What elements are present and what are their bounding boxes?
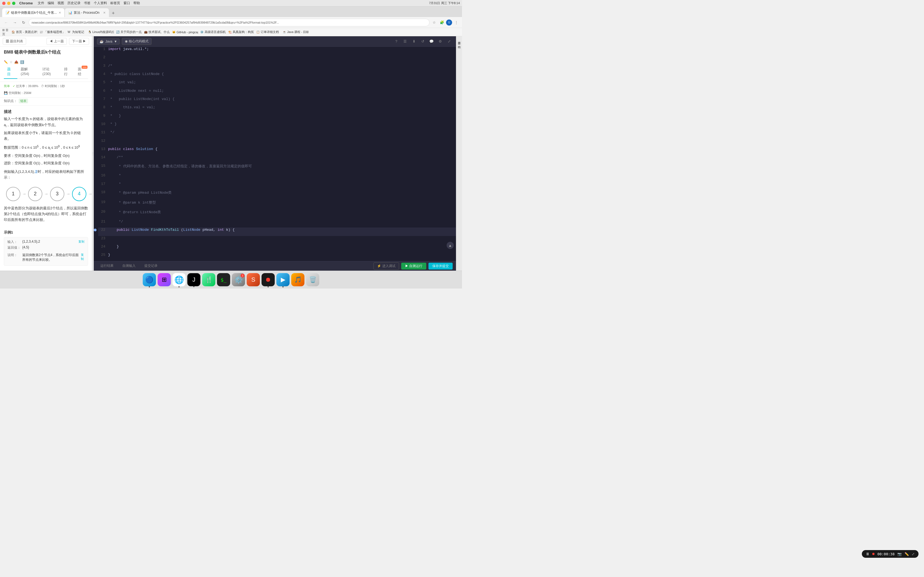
bookmark-1-icon: 📰 (40, 31, 43, 34)
menu-file[interactable]: 文件 (38, 1, 44, 5)
profile-icon[interactable]: U (446, 19, 452, 26)
tab-1[interactable]: 📝 链表中倒数最后k个结点_牛客... ✕ (2, 8, 65, 17)
dock-recorder[interactable]: ⏺ (262, 273, 275, 286)
title-bar-right: 7月31日 周三 下午8:14 (429, 1, 460, 5)
next-problem-button[interactable]: 下一题 ▶ (69, 38, 89, 45)
datetime: 7月31日 周三 下午8:14 (429, 1, 460, 5)
menu-tabs[interactable]: 标签页 (110, 1, 120, 5)
scroll-top-button[interactable]: ▲ (447, 242, 454, 249)
bookmark-8[interactable]: 🏗️ 凤凰架构：构筑可... (226, 29, 254, 35)
panel-divider[interactable] (92, 36, 94, 271)
tab-description[interactable]: 题目 (4, 65, 17, 79)
bottom-tab-history[interactable]: 提交记录 (141, 263, 161, 270)
comment-button[interactable]: 💬 (428, 38, 435, 45)
star-icon[interactable]: ☆ (10, 60, 13, 64)
fullscreen-button[interactable]: ⤢ (446, 38, 453, 45)
reload-button[interactable]: ↻ (20, 19, 27, 26)
tab-1-close[interactable]: ✕ (58, 11, 61, 15)
share-icon[interactable]: 📤 (14, 60, 18, 64)
problem-list-button[interactable]: ☰ 题目列表 (3, 38, 26, 45)
prev-problem-button[interactable]: ◀ 上一题 (47, 38, 66, 45)
bookmark-2[interactable]: W 为知笔记 (66, 29, 86, 35)
bookmark-1[interactable]: 📰 「服务端思维」周... (38, 29, 65, 35)
tab-2[interactable]: 📊 算法 - ProcessOn ✕ (65, 8, 109, 17)
dock-terminal[interactable]: $_ (217, 273, 230, 286)
help-button[interactable]: ? (393, 38, 400, 45)
bookmark-10[interactable]: ☕ Java 课程 - 目标图 (281, 29, 309, 35)
bookmark-5[interactable]: 💼 技术面试、什么... (142, 29, 170, 35)
maximize-button[interactable] (12, 2, 15, 5)
copy-output-button[interactable]: 复制 (80, 253, 84, 261)
tab-2-close[interactable]: ✕ (103, 11, 106, 15)
editor-mode-button[interactable]: ◉ 核心代码模式 (122, 38, 151, 45)
menu-edit[interactable]: 编辑 (48, 1, 54, 5)
tab-ranking[interactable]: 排行 (61, 65, 74, 79)
tab-solution[interactable]: 题解(254) (17, 65, 39, 79)
node-3: 3 (50, 187, 65, 201)
language-selector[interactable]: ☕ Java ▼ (97, 39, 120, 45)
dock-launchpad[interactable]: ⊞ (158, 273, 171, 286)
bookmark-4[interactable]: 🔄 关于同步的一点思... (115, 29, 142, 35)
address-bar[interactable]: nowcoder.com/practice/886370fe658f41b498… (29, 19, 430, 26)
menu-view[interactable]: 视图 (58, 1, 64, 5)
right-edge-panel: 全景图 结构 (456, 36, 462, 271)
editor-toolbar: ☕ Java ▼ ◉ 核心代码模式 ? ☰ ⬇ ↺ 💬 ⚙ (94, 36, 456, 47)
dock-quicktime[interactable]: ▶ (276, 273, 289, 286)
menu-window[interactable]: 窗口 (123, 1, 130, 5)
download-button[interactable]: ⬇ (410, 38, 417, 45)
menu-history[interactable]: 历史记录 (67, 1, 81, 5)
dock-settings[interactable]: ⚙️ 2 (232, 273, 245, 286)
info-icon[interactable]: ℹ️ (20, 60, 24, 64)
problem-header: BM8 链表中倒数最后k个结点 ✏️ ☆ 📤 ℹ️ 题目 题解(254) 讨论(… (0, 47, 92, 82)
new-tab-button[interactable]: + (110, 9, 117, 17)
edit-icon[interactable]: ✏️ (4, 60, 8, 64)
close-button[interactable] (2, 2, 5, 5)
bookmark-3[interactable]: 🐧 Linux内核源码分析... (86, 29, 114, 35)
minimize-button[interactable] (7, 2, 10, 5)
code-line-4: 4 * public class ListNode { (94, 72, 456, 80)
dock-trash[interactable]: 🗑️ (306, 273, 319, 286)
traffic-lights[interactable] (2, 2, 15, 5)
tab-interview[interactable]: 面经 new (74, 65, 88, 79)
code-line-9: 9 * } (94, 113, 456, 122)
tag-linked-list[interactable]: 链表 (19, 98, 28, 103)
tab-bar: 📝 链表中倒数最后k个结点_牛客... ✕ 📊 算法 - ProcessOn ✕… (0, 6, 462, 17)
bookmark-7[interactable]: ⚙️ 高级语言虚拟机 - 上... (199, 29, 226, 35)
terminal-icon: $_ (221, 277, 226, 283)
run-button[interactable]: ▶ 自测运行 (401, 263, 426, 269)
bottom-tab-custom[interactable]: 自测输入 (119, 263, 139, 270)
arrow-4: → (88, 190, 92, 198)
dock-sublime[interactable]: S (247, 273, 260, 286)
extension-icon[interactable]: 🧩 (438, 19, 446, 26)
back-button[interactable]: ← (2, 19, 10, 26)
copy-input-button[interactable]: 复制 (78, 240, 84, 244)
refresh-button[interactable]: ↺ (419, 38, 426, 45)
bookmark-icon[interactable]: ☆ (431, 19, 438, 26)
problem-meta: 简单 ✓ 过关率：39.88% ⏱ 时间限制：1秒 💾 空间限制：256M (0, 82, 92, 98)
structure-button[interactable]: 结构 (457, 42, 462, 45)
debug-button[interactable]: ⚡ 进入调试 (373, 263, 399, 270)
bookmark-9[interactable]: 📋 订单详细文档 (255, 29, 281, 35)
node-2: 2 (28, 187, 42, 201)
menu-profile[interactable]: 个人资料 (94, 1, 107, 5)
bottom-tab-results[interactable]: 运行结果 (97, 263, 117, 270)
forward-button[interactable]: → (11, 19, 19, 26)
dock-finder[interactable]: 🔵 (143, 273, 156, 286)
code-area[interactable]: 1 import java.util.*; 2 3 /* (94, 47, 456, 261)
menu-help[interactable]: 帮助 (133, 1, 140, 5)
dock-music[interactable]: 🎵 (291, 273, 304, 286)
dock-fork[interactable]: 🍴 (202, 273, 215, 286)
tab-discussion[interactable]: 讨论(230) (39, 65, 61, 79)
list-button[interactable]: ☰ (402, 38, 409, 45)
dock-chrome[interactable]: 🌐 (173, 273, 186, 286)
submit-button[interactable]: 保存并提交 (428, 263, 453, 269)
bookmark-6[interactable]: 🐱 GitHub - pingcap/... (171, 30, 198, 34)
panorama-button[interactable]: 全景图 (457, 39, 462, 41)
mode-label: 核心代码模式 (129, 39, 149, 43)
bookmark-0[interactable]: 🏠 首页 - 美团点评技... (10, 29, 37, 35)
menu-bookmarks[interactable]: 书签 (84, 1, 90, 5)
dock-jetbrains[interactable]: J (187, 273, 200, 286)
apps-button[interactable]: ⊞ 首页 (2, 29, 9, 36)
more-icon[interactable]: ⋮ (453, 19, 460, 26)
settings-button[interactable]: ⚙ (437, 38, 444, 45)
